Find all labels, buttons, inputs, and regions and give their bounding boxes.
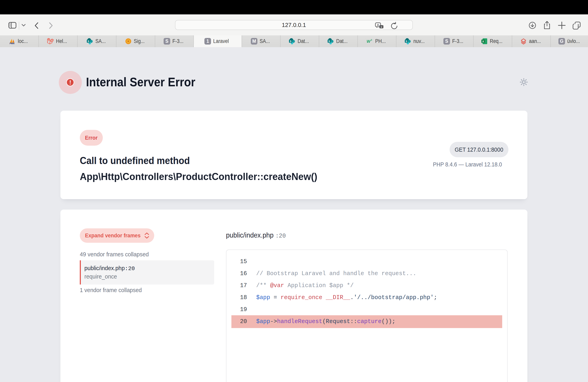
svg-text:S: S: [290, 40, 291, 43]
svg-text:X: X: [483, 40, 484, 43]
svg-text:PMA: PMA: [10, 42, 15, 45]
svg-text:S: S: [406, 40, 407, 43]
svg-text:A: A: [377, 23, 379, 27]
svg-text:S: S: [88, 40, 89, 43]
svg-text:x: x: [381, 26, 382, 28]
svg-text:W: W: [367, 39, 371, 43]
svg-text:S: S: [328, 40, 330, 43]
svg-text:3: 3: [371, 39, 372, 41]
